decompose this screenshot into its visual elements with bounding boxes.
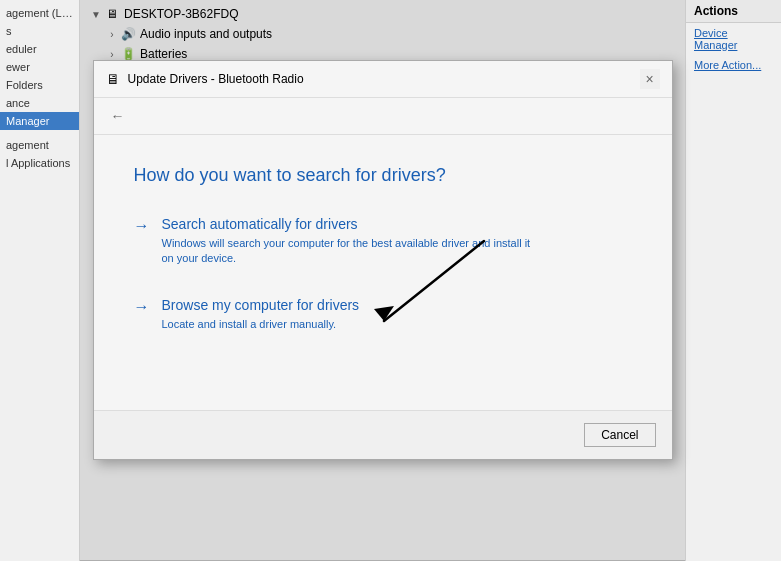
sidebar-item-9[interactable]: l Applications (0, 154, 79, 172)
actions-panel: Actions Device Manager More Action... (685, 0, 781, 561)
dialog-icon: 🖥 (106, 71, 120, 87)
actions-device-manager[interactable]: Device Manager (686, 23, 781, 55)
sidebar: agement (Local s eduler ewer Folders anc… (0, 0, 80, 561)
search-auto-title: Search automatically for drivers (162, 216, 542, 232)
sidebar-item-4[interactable]: Folders (0, 76, 79, 94)
search-auto-arrow-icon: → (134, 217, 150, 235)
search-auto-desc: Windows will search your computer for th… (162, 236, 542, 267)
search-auto-content: Search automatically for drivers Windows… (162, 216, 542, 267)
sidebar-item-6[interactable]: Manager (0, 112, 79, 130)
browse-manual-arrow-icon: → (134, 298, 150, 316)
modal-body: How do you want to search for drivers? →… (94, 135, 672, 410)
actions-header: Actions (686, 0, 781, 23)
back-button[interactable]: ← (106, 104, 130, 128)
modal-footer: Cancel (94, 410, 672, 459)
modal-nav: ← (94, 98, 672, 135)
sidebar-item-0[interactable]: agement (Local (0, 4, 79, 22)
search-auto-option[interactable]: → Search automatically for drivers Windo… (134, 216, 632, 267)
browse-manual-option[interactable]: → Browse my computer for drivers Locate … (134, 297, 632, 332)
main-area: ▼ 🖥 DESKTOP-3B62FDQ › 🔊 Audio inputs and… (80, 0, 685, 561)
modal-title: Update Drivers - Bluetooth Radio (128, 72, 304, 86)
sidebar-item-8[interactable]: agement (0, 136, 79, 154)
modal-question: How do you want to search for drivers? (134, 165, 632, 186)
browse-manual-desc: Locate and install a driver manually. (162, 317, 360, 332)
browse-manual-content: Browse my computer for drivers Locate an… (162, 297, 360, 332)
sidebar-item-2[interactable]: eduler (0, 40, 79, 58)
browse-manual-title: Browse my computer for drivers (162, 297, 360, 313)
actions-more[interactable]: More Action... (686, 55, 781, 75)
sidebar-item-1[interactable]: s (0, 22, 79, 40)
modal-overlay: 🖥 Update Drivers - Bluetooth Radio × ← H… (80, 0, 685, 561)
update-drivers-dialog: 🖥 Update Drivers - Bluetooth Radio × ← H… (93, 60, 673, 460)
sidebar-item-3[interactable]: ewer (0, 58, 79, 76)
sidebar-item-5[interactable]: ance (0, 94, 79, 112)
cancel-button[interactable]: Cancel (584, 423, 655, 447)
modal-titlebar: 🖥 Update Drivers - Bluetooth Radio × (94, 61, 672, 98)
modal-close-button[interactable]: × (640, 69, 660, 89)
